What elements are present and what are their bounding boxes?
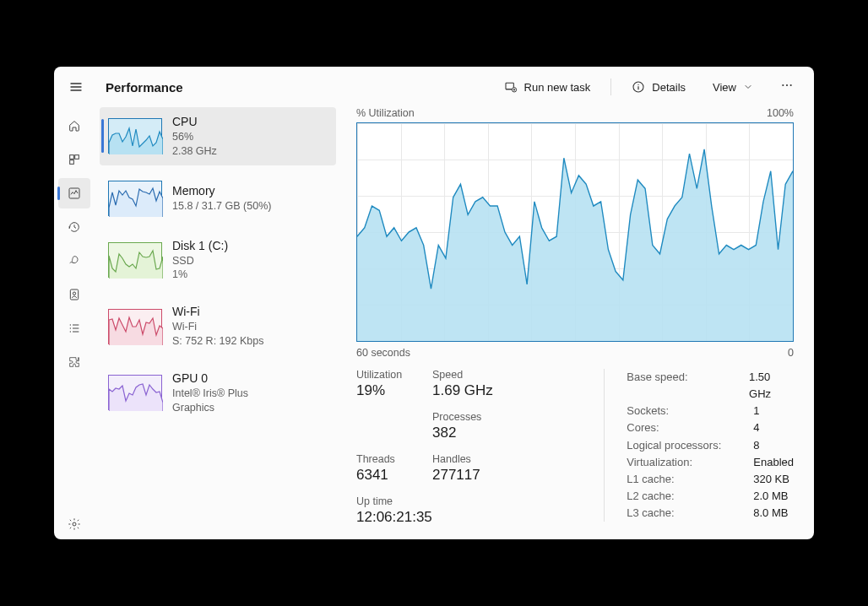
spec-row: L1 cache:320 KB	[627, 471, 794, 488]
sidebar-item-wifi[interactable]: Wi-Fi Wi-Fi S: 752 R: 192 Kbps	[100, 297, 336, 355]
spec-key: Logical processors:	[627, 437, 753, 454]
spec-table: Base speed:1.50 GHzSockets:1Cores:4Logic…	[604, 369, 794, 522]
chart-header: % Utilization 100%	[356, 107, 794, 119]
hamburger-menu-icon[interactable]	[68, 78, 84, 95]
perf-sub1: SSD	[172, 254, 228, 268]
task-manager-window: Performance Run new task Details View	[54, 67, 814, 539]
spec-key: Base speed:	[627, 369, 749, 403]
perf-sidebar: CPU 56% 2.38 GHz Memory 15.8 / 31.7 GB (…	[95, 107, 341, 539]
rail-history[interactable]	[58, 212, 90, 242]
spec-val: 320 KB	[753, 471, 789, 488]
performance-icon	[68, 187, 81, 200]
history-icon	[68, 220, 81, 234]
ellipsis-icon	[780, 78, 794, 92]
perf-name: Wi-Fi	[172, 304, 263, 320]
spec-row: Logical processors:8	[627, 437, 794, 454]
view-dropdown[interactable]: View	[706, 78, 760, 97]
users-icon	[68, 288, 81, 301]
perf-sub1: Wi-Fi	[172, 320, 263, 334]
sidebar-item-cpu[interactable]: CPU 56% 2.38 GHz	[100, 107, 336, 165]
rail-performance[interactable]	[58, 178, 90, 208]
left-stats: Utilization 19% Speed 1.69 GHz Processes…	[356, 369, 580, 538]
sidebar-item-disk[interactable]: Disk 1 (C:) SSD 1%	[100, 231, 336, 289]
uptime-value: 12:06:21:35	[356, 509, 508, 526]
spec-key: Virtualization:	[627, 454, 753, 471]
threads-value: 6341	[356, 467, 432, 484]
spec-key: L1 cache:	[627, 471, 753, 488]
spec-val: 1	[753, 403, 759, 419]
svg-rect-8	[75, 155, 79, 160]
spec-row: Sockets:1	[627, 403, 794, 419]
main-panel: % Utilization 100% 60 seconds 0 Utilizat…	[341, 107, 814, 539]
gear-icon	[68, 517, 81, 531]
chart-x-left: 60 seconds	[356, 347, 410, 359]
rail-home[interactable]	[58, 111, 90, 141]
toolbar-divider	[610, 78, 611, 95]
startup-icon	[68, 254, 81, 268]
svg-point-6	[790, 84, 792, 86]
grid-icon	[68, 153, 81, 166]
rail-services[interactable]	[58, 347, 90, 377]
more-button[interactable]	[773, 75, 800, 99]
spec-val: 8.0 MB	[753, 505, 788, 522]
sidebar-item-gpu[interactable]: GPU 0 Intel® Iris® Plus Graphics	[100, 364, 336, 422]
perf-sub2: 1%	[172, 268, 228, 282]
sparkline-cpu	[108, 118, 162, 154]
svg-point-3	[638, 84, 639, 85]
svg-point-13	[70, 324, 71, 325]
view-label: View	[713, 81, 736, 94]
svg-point-4	[782, 84, 784, 86]
spec-val: 1.50 GHz	[749, 369, 794, 403]
perf-name: Disk 1 (C:)	[172, 238, 228, 254]
rail-details[interactable]	[58, 313, 90, 344]
rail-settings[interactable]	[58, 509, 90, 539]
spec-row: Virtualization:Enabled	[627, 454, 794, 471]
uptime-label: Up time	[356, 495, 508, 507]
sidebar-item-mem[interactable]: Memory 15.8 / 31.7 GB (50%)	[100, 174, 336, 223]
svg-point-12	[73, 292, 75, 295]
rail-startup[interactable]	[58, 246, 90, 276]
perf-sub1: Intel® Iris® Plus	[172, 387, 248, 401]
details-button[interactable]: Details	[625, 77, 692, 97]
sparkline-mem	[108, 181, 162, 216]
handles-label: Handles	[432, 453, 508, 465]
run-new-task-button[interactable]: Run new task	[497, 77, 598, 97]
spec-val: 4	[753, 419, 759, 436]
perf-sub2: 2.38 GHz	[172, 144, 217, 159]
info-icon	[632, 80, 645, 94]
chart-x-right: 0	[788, 347, 794, 359]
details-label: Details	[652, 81, 686, 94]
sparkline-disk	[108, 242, 162, 278]
perf-name: GPU 0	[172, 371, 248, 387]
run-new-task-label: Run new task	[524, 81, 591, 94]
processes-label: Processes	[432, 411, 508, 423]
page-title: Performance	[106, 80, 183, 95]
spec-row: Cores:4	[627, 419, 794, 436]
svg-point-5	[786, 84, 788, 86]
nav-rail	[54, 107, 95, 539]
spec-key: L3 cache:	[627, 505, 753, 522]
spec-val: Enabled	[753, 454, 794, 471]
chart-footer: 60 seconds 0	[356, 347, 794, 359]
chart-y-label: % Utilization	[356, 107, 415, 119]
stats-row: Utilization 19% Speed 1.69 GHz Processes…	[356, 369, 794, 538]
list-icon	[68, 322, 81, 335]
svg-rect-9	[70, 160, 74, 165]
spec-row: Base speed:1.50 GHz	[627, 369, 794, 403]
spec-row: L2 cache:2.0 MB	[627, 488, 794, 505]
svg-point-16	[73, 522, 76, 526]
cpu-utilization-chart	[356, 122, 794, 342]
utilization-label: Utilization	[356, 369, 432, 381]
sparkline-gpu	[108, 375, 162, 410]
spec-key: Cores:	[627, 419, 753, 436]
processes-value: 382	[432, 425, 508, 441]
handles-value: 277117	[432, 467, 508, 484]
svg-point-15	[70, 331, 71, 332]
spec-key: Sockets:	[627, 403, 753, 419]
rail-users[interactable]	[58, 279, 90, 310]
run-task-icon	[504, 80, 518, 94]
svg-rect-7	[70, 155, 74, 160]
perf-sub1: 56%	[172, 130, 217, 144]
spec-key: L2 cache:	[627, 488, 753, 505]
rail-processes[interactable]	[58, 144, 90, 175]
